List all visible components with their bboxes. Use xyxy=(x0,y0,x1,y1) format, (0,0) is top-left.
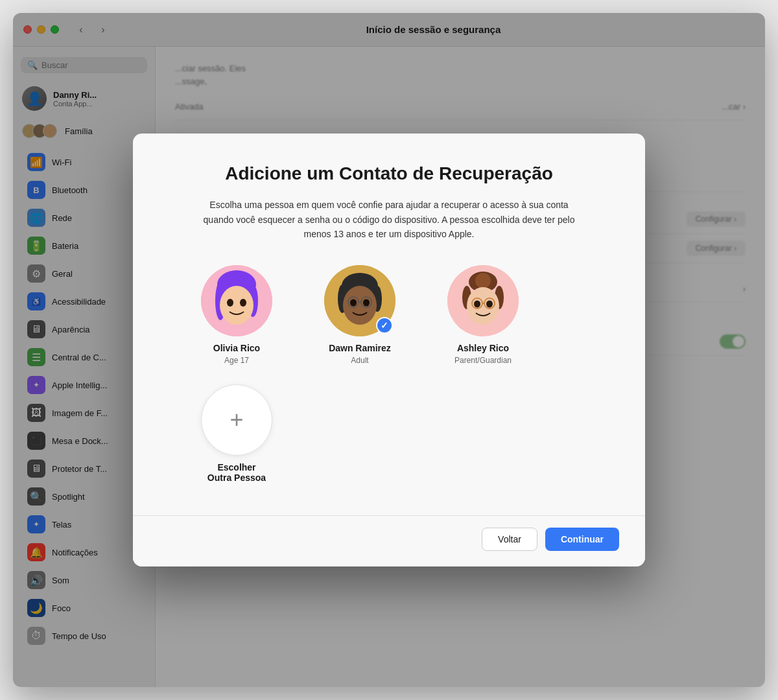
contact-avatar-wrap-ashley xyxy=(447,265,519,336)
back-button[interactable]: Voltar xyxy=(482,528,537,551)
svg-point-24 xyxy=(486,300,493,307)
choose-other-plus: + xyxy=(230,406,243,434)
contact-dawn[interactable]: ✓ Dawn Ramirez Adult xyxy=(314,265,405,365)
modal-dialog: Adicione um Contato de Recuperação Escol… xyxy=(133,134,645,566)
contact-name-olivia: Olivia Rico xyxy=(213,343,260,353)
contact-avatar-wrap-dawn: ✓ xyxy=(324,265,395,336)
choose-other-label: Escolher Outra Pessoa xyxy=(207,462,266,483)
svg-point-12 xyxy=(350,299,357,306)
contact-olivia[interactable]: Olivia Rico Age 17 xyxy=(191,265,282,365)
modal-overlay: Adicione um Contato de Recuperação Escol… xyxy=(13,13,765,687)
svg-point-5 xyxy=(227,299,233,307)
svg-point-6 xyxy=(240,299,246,307)
contact-avatar-ashley xyxy=(447,265,519,336)
continue-button[interactable]: Continuar xyxy=(545,528,619,551)
svg-point-13 xyxy=(363,299,370,306)
mac-window: ‹ › Início de sessão e segurança 🔍 👤 Dan… xyxy=(13,13,765,687)
contact-desc-olivia: Age 17 xyxy=(224,356,249,365)
svg-point-19 xyxy=(475,273,491,288)
contact-name-ashley: Ashley Rico xyxy=(457,343,509,353)
contact-desc-dawn: Adult xyxy=(351,356,368,365)
svg-point-4 xyxy=(220,286,253,325)
contact-avatar-olivia xyxy=(201,265,272,336)
contact-desc-ashley: Parent/Guardian xyxy=(454,356,512,365)
modal-body: Adicione um Contato de Recuperação Escol… xyxy=(133,134,645,515)
modal-title: Adicione um Contato de Recuperação xyxy=(165,162,613,185)
svg-point-23 xyxy=(474,300,480,307)
choose-other-button[interactable]: + xyxy=(201,384,272,456)
modal-description: Escolha uma pessoa em quem você confie p… xyxy=(201,198,577,241)
contact-ashley[interactable]: Ashley Rico Parent/Guardian xyxy=(438,265,528,365)
contacts-grid: Olivia Rico Age 17 xyxy=(165,265,613,483)
contact-name-dawn: Dawn Ramirez xyxy=(329,343,391,353)
svg-point-11 xyxy=(343,286,377,325)
modal-footer: Voltar Continuar xyxy=(133,515,645,566)
contact-check-dawn: ✓ xyxy=(376,317,393,334)
contact-avatar-wrap-olivia xyxy=(201,265,272,336)
contact-choose-other[interactable]: + Escolher Outra Pessoa xyxy=(191,384,282,483)
